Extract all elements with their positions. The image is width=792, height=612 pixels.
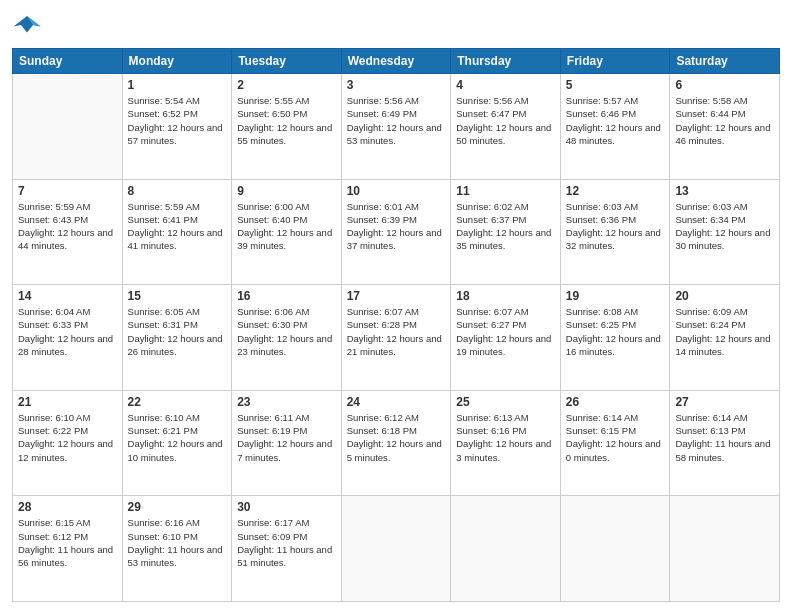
day-number: 20	[675, 289, 774, 303]
calendar-cell: 8Sunrise: 5:59 AMSunset: 6:41 PMDaylight…	[122, 179, 232, 285]
day-number: 29	[128, 500, 227, 514]
day-detail: Sunrise: 6:16 AMSunset: 6:10 PMDaylight:…	[128, 516, 227, 569]
day-detail: Sunrise: 6:14 AMSunset: 6:15 PMDaylight:…	[566, 411, 665, 464]
calendar-cell	[560, 496, 670, 602]
day-detail: Sunrise: 6:08 AMSunset: 6:25 PMDaylight:…	[566, 305, 665, 358]
calendar-cell: 26Sunrise: 6:14 AMSunset: 6:15 PMDayligh…	[560, 390, 670, 496]
calendar-cell: 21Sunrise: 6:10 AMSunset: 6:22 PMDayligh…	[13, 390, 123, 496]
calendar-cell: 25Sunrise: 6:13 AMSunset: 6:16 PMDayligh…	[451, 390, 561, 496]
day-number: 7	[18, 184, 117, 198]
calendar-cell: 9Sunrise: 6:00 AMSunset: 6:40 PMDaylight…	[232, 179, 342, 285]
calendar-cell: 29Sunrise: 6:16 AMSunset: 6:10 PMDayligh…	[122, 496, 232, 602]
calendar-cell: 19Sunrise: 6:08 AMSunset: 6:25 PMDayligh…	[560, 285, 670, 391]
header	[12, 10, 780, 40]
day-detail: Sunrise: 6:01 AMSunset: 6:39 PMDaylight:…	[347, 200, 446, 253]
day-detail: Sunrise: 5:57 AMSunset: 6:46 PMDaylight:…	[566, 94, 665, 147]
day-number: 3	[347, 78, 446, 92]
day-number: 5	[566, 78, 665, 92]
weekday-header-saturday: Saturday	[670, 49, 780, 74]
calendar-cell	[341, 496, 451, 602]
calendar-cell: 2Sunrise: 5:55 AMSunset: 6:50 PMDaylight…	[232, 74, 342, 180]
day-number: 12	[566, 184, 665, 198]
calendar-cell: 22Sunrise: 6:10 AMSunset: 6:21 PMDayligh…	[122, 390, 232, 496]
page: SundayMondayTuesdayWednesdayThursdayFrid…	[0, 0, 792, 612]
day-detail: Sunrise: 6:00 AMSunset: 6:40 PMDaylight:…	[237, 200, 336, 253]
day-detail: Sunrise: 5:54 AMSunset: 6:52 PMDaylight:…	[128, 94, 227, 147]
day-number: 28	[18, 500, 117, 514]
calendar-cell: 27Sunrise: 6:14 AMSunset: 6:13 PMDayligh…	[670, 390, 780, 496]
day-number: 13	[675, 184, 774, 198]
day-detail: Sunrise: 5:59 AMSunset: 6:41 PMDaylight:…	[128, 200, 227, 253]
day-detail: Sunrise: 6:17 AMSunset: 6:09 PMDaylight:…	[237, 516, 336, 569]
day-detail: Sunrise: 5:56 AMSunset: 6:47 PMDaylight:…	[456, 94, 555, 147]
calendar-cell: 18Sunrise: 6:07 AMSunset: 6:27 PMDayligh…	[451, 285, 561, 391]
day-number: 22	[128, 395, 227, 409]
calendar-week-5: 28Sunrise: 6:15 AMSunset: 6:12 PMDayligh…	[13, 496, 780, 602]
calendar-cell: 4Sunrise: 5:56 AMSunset: 6:47 PMDaylight…	[451, 74, 561, 180]
day-detail: Sunrise: 6:03 AMSunset: 6:34 PMDaylight:…	[675, 200, 774, 253]
day-number: 27	[675, 395, 774, 409]
day-number: 1	[128, 78, 227, 92]
calendar-cell: 10Sunrise: 6:01 AMSunset: 6:39 PMDayligh…	[341, 179, 451, 285]
day-number: 11	[456, 184, 555, 198]
calendar-cell: 5Sunrise: 5:57 AMSunset: 6:46 PMDaylight…	[560, 74, 670, 180]
day-detail: Sunrise: 6:15 AMSunset: 6:12 PMDaylight:…	[18, 516, 117, 569]
calendar-cell: 3Sunrise: 5:56 AMSunset: 6:49 PMDaylight…	[341, 74, 451, 180]
weekday-header-monday: Monday	[122, 49, 232, 74]
weekday-header-thursday: Thursday	[451, 49, 561, 74]
day-detail: Sunrise: 6:09 AMSunset: 6:24 PMDaylight:…	[675, 305, 774, 358]
day-number: 16	[237, 289, 336, 303]
calendar-cell	[451, 496, 561, 602]
day-number: 10	[347, 184, 446, 198]
day-detail: Sunrise: 5:56 AMSunset: 6:49 PMDaylight:…	[347, 94, 446, 147]
day-number: 15	[128, 289, 227, 303]
calendar-cell	[670, 496, 780, 602]
calendar-cell: 30Sunrise: 6:17 AMSunset: 6:09 PMDayligh…	[232, 496, 342, 602]
day-number: 17	[347, 289, 446, 303]
calendar-cell: 12Sunrise: 6:03 AMSunset: 6:36 PMDayligh…	[560, 179, 670, 285]
weekday-header-row: SundayMondayTuesdayWednesdayThursdayFrid…	[13, 49, 780, 74]
day-number: 25	[456, 395, 555, 409]
calendar-week-3: 14Sunrise: 6:04 AMSunset: 6:33 PMDayligh…	[13, 285, 780, 391]
calendar-cell: 15Sunrise: 6:05 AMSunset: 6:31 PMDayligh…	[122, 285, 232, 391]
calendar-cell	[13, 74, 123, 180]
weekday-header-friday: Friday	[560, 49, 670, 74]
logo	[12, 10, 46, 40]
day-number: 23	[237, 395, 336, 409]
calendar-cell: 13Sunrise: 6:03 AMSunset: 6:34 PMDayligh…	[670, 179, 780, 285]
day-number: 30	[237, 500, 336, 514]
day-detail: Sunrise: 6:03 AMSunset: 6:36 PMDaylight:…	[566, 200, 665, 253]
weekday-header-tuesday: Tuesday	[232, 49, 342, 74]
day-number: 4	[456, 78, 555, 92]
day-number: 6	[675, 78, 774, 92]
day-detail: Sunrise: 6:10 AMSunset: 6:22 PMDaylight:…	[18, 411, 117, 464]
calendar-cell: 1Sunrise: 5:54 AMSunset: 6:52 PMDaylight…	[122, 74, 232, 180]
calendar-cell: 28Sunrise: 6:15 AMSunset: 6:12 PMDayligh…	[13, 496, 123, 602]
day-detail: Sunrise: 6:10 AMSunset: 6:21 PMDaylight:…	[128, 411, 227, 464]
day-number: 18	[456, 289, 555, 303]
calendar-cell: 7Sunrise: 5:59 AMSunset: 6:43 PMDaylight…	[13, 179, 123, 285]
calendar-cell: 23Sunrise: 6:11 AMSunset: 6:19 PMDayligh…	[232, 390, 342, 496]
weekday-header-sunday: Sunday	[13, 49, 123, 74]
weekday-header-wednesday: Wednesday	[341, 49, 451, 74]
day-number: 26	[566, 395, 665, 409]
day-detail: Sunrise: 5:58 AMSunset: 6:44 PMDaylight:…	[675, 94, 774, 147]
day-detail: Sunrise: 5:55 AMSunset: 6:50 PMDaylight:…	[237, 94, 336, 147]
day-detail: Sunrise: 6:02 AMSunset: 6:37 PMDaylight:…	[456, 200, 555, 253]
day-detail: Sunrise: 6:11 AMSunset: 6:19 PMDaylight:…	[237, 411, 336, 464]
day-detail: Sunrise: 5:59 AMSunset: 6:43 PMDaylight:…	[18, 200, 117, 253]
day-number: 19	[566, 289, 665, 303]
calendar-table: SundayMondayTuesdayWednesdayThursdayFrid…	[12, 48, 780, 602]
logo-icon	[12, 10, 42, 40]
day-number: 24	[347, 395, 446, 409]
day-detail: Sunrise: 6:13 AMSunset: 6:16 PMDaylight:…	[456, 411, 555, 464]
day-number: 2	[237, 78, 336, 92]
day-detail: Sunrise: 6:04 AMSunset: 6:33 PMDaylight:…	[18, 305, 117, 358]
day-detail: Sunrise: 6:07 AMSunset: 6:27 PMDaylight:…	[456, 305, 555, 358]
calendar-week-2: 7Sunrise: 5:59 AMSunset: 6:43 PMDaylight…	[13, 179, 780, 285]
day-detail: Sunrise: 6:14 AMSunset: 6:13 PMDaylight:…	[675, 411, 774, 464]
day-detail: Sunrise: 6:07 AMSunset: 6:28 PMDaylight:…	[347, 305, 446, 358]
calendar-cell: 6Sunrise: 5:58 AMSunset: 6:44 PMDaylight…	[670, 74, 780, 180]
calendar-cell: 24Sunrise: 6:12 AMSunset: 6:18 PMDayligh…	[341, 390, 451, 496]
day-detail: Sunrise: 6:05 AMSunset: 6:31 PMDaylight:…	[128, 305, 227, 358]
